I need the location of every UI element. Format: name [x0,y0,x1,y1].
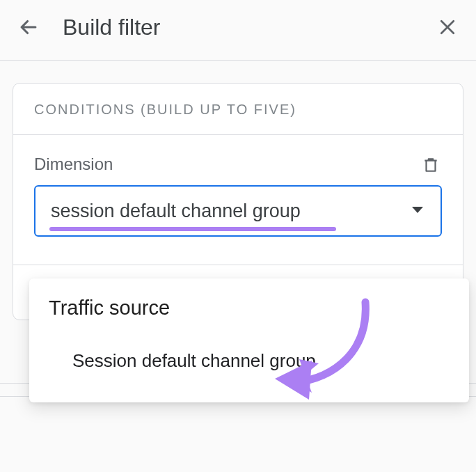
trash-icon [422,155,440,174]
close-button[interactable] [433,13,462,42]
dropdown-item-session-default-channel-group[interactable]: Session default channel group [47,338,457,381]
header-bar: Build filter [0,0,476,61]
card-body: Dimension session default channel group [13,135,463,265]
dimension-dropdown: Traffic source Session default channel g… [29,278,469,402]
dimension-select[interactable]: session default channel group [34,185,442,237]
dimension-label: Dimension [34,155,113,174]
dimension-select-value: session default channel group [51,200,301,222]
chevron-down-icon [411,205,424,217]
close-icon [437,17,458,38]
page-title: Build filter [63,15,433,40]
dropdown-category-traffic-source[interactable]: Traffic source [47,292,457,338]
highlight-underline [49,227,336,231]
back-button[interactable] [14,13,43,42]
arrow-left-icon [17,15,40,39]
delete-condition-button[interactable] [420,153,442,175]
card-header: CONDITIONS (BUILD UP TO FIVE) [13,84,463,135]
